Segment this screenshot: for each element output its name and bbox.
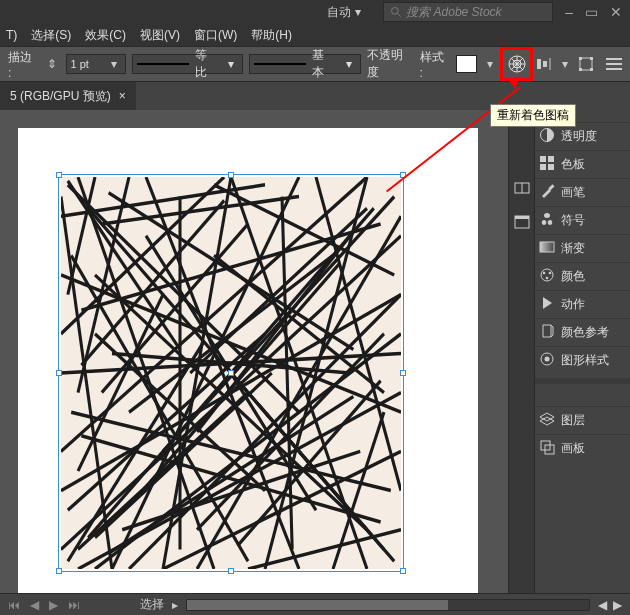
gradient-icon <box>539 239 555 258</box>
panel-label: 动作 <box>561 296 585 313</box>
artboards-icon <box>539 439 555 458</box>
align-dropdown[interactable]: ▾ <box>558 57 572 71</box>
status-mode[interactable]: 选择 ▸ <box>140 596 178 613</box>
svg-point-93 <box>549 272 552 275</box>
handle-mt[interactable] <box>228 172 234 178</box>
panel-menu-button[interactable] <box>606 56 622 72</box>
nav-first[interactable]: ⏮ <box>8 598 20 612</box>
menu-type[interactable]: T) <box>6 28 17 42</box>
document-tab-close[interactable]: × <box>119 89 126 103</box>
style-label: 样式 : <box>420 49 450 80</box>
svg-rect-13 <box>590 57 593 60</box>
app-topbar: 自动 ▾ 搜索 Adobe Stock – ▭ ✕ <box>0 0 630 24</box>
document-tab[interactable]: 5 (RGB/GPU 预览) × <box>0 82 136 110</box>
panel-color[interactable]: 颜色 <box>535 262 630 290</box>
panel-label: 颜色 <box>561 268 585 285</box>
stroke-weight-field[interactable]: ▾ <box>66 54 126 74</box>
svg-rect-8 <box>537 59 541 69</box>
selection-frame[interactable] <box>58 174 404 572</box>
svg-marker-95 <box>543 297 552 309</box>
panel-label: 画板 <box>561 440 585 457</box>
panel-layers[interactable]: 图层 <box>535 406 630 434</box>
stroke-label: 描边 : <box>8 49 38 80</box>
canvas[interactable] <box>0 110 508 615</box>
status-bar: ⏮ ◀ ▶ ⏭ 选择 ▸ ◀ ▶ <box>0 593 630 615</box>
panel-swatches[interactable]: 色板 <box>535 150 630 178</box>
svg-point-94 <box>546 277 549 280</box>
actions-icon <box>539 295 555 314</box>
workarea: 透明度 色板 画笔 符号 渐变 颜色 动作 颜色参考 <box>0 110 630 615</box>
symbols-icon <box>539 211 555 230</box>
svg-rect-12 <box>579 57 582 60</box>
svg-point-97 <box>545 357 550 362</box>
handle-mr[interactable] <box>400 370 406 376</box>
layout-selector[interactable]: 自动 ▾ <box>323 4 365 21</box>
panel-artboards[interactable]: 画板 <box>535 434 630 462</box>
swatches-icon <box>539 155 555 174</box>
svg-rect-87 <box>540 164 546 170</box>
stroke-weight-dropdown[interactable]: ▾ <box>107 57 121 71</box>
style-dropdown[interactable]: ▾ <box>483 57 497 71</box>
control-bar: 描边 : ⇕ ▾ 等比▾ 基本▾ 不透明度 样式 : ▾ ▾ <box>0 46 630 82</box>
dock-separator-icon[interactable] <box>514 180 530 196</box>
brush-definition-dropdown[interactable]: 基本▾ <box>249 54 361 74</box>
svg-rect-85 <box>540 156 546 162</box>
recolor-artwork-button[interactable] <box>503 50 530 78</box>
panel-label: 符号 <box>561 212 585 229</box>
document-tab-title: 5 (RGB/GPU 预览) <box>10 88 111 105</box>
align-button[interactable] <box>536 56 552 72</box>
nav-prev[interactable]: ◀ <box>30 598 39 612</box>
panel-brushes[interactable]: 画笔 <box>535 178 630 206</box>
nav-next[interactable]: ▶ <box>49 598 58 612</box>
panel-actions[interactable]: 动作 <box>535 290 630 318</box>
svg-point-92 <box>543 272 546 275</box>
stroke-weight-input[interactable] <box>71 58 107 70</box>
panel-color-guide[interactable]: 颜色参考 <box>535 318 630 346</box>
svg-rect-15 <box>590 68 593 71</box>
horizontal-scrollbar[interactable] <box>186 599 590 611</box>
width-profile-dropdown[interactable]: 等比▾ <box>132 54 244 74</box>
dock-expand-icon[interactable] <box>514 214 530 230</box>
svg-rect-83 <box>515 216 529 219</box>
menu-view[interactable]: 视图(V) <box>140 27 180 44</box>
scroll-left[interactable]: ◀ <box>598 598 607 612</box>
restore-button[interactable]: ▭ <box>585 5 598 19</box>
handle-ml[interactable] <box>56 370 62 376</box>
menu-window[interactable]: 窗口(W) <box>194 27 237 44</box>
scrollbar-thumb[interactable] <box>187 600 448 610</box>
brushes-icon <box>539 183 555 202</box>
panel-graphic-styles[interactable]: 图形样式 <box>535 346 630 374</box>
svg-rect-86 <box>548 156 554 162</box>
menu-select[interactable]: 选择(S) <box>31 27 71 44</box>
handle-br[interactable] <box>400 568 406 574</box>
window-buttons: – ▭ ✕ <box>565 5 622 19</box>
svg-rect-90 <box>540 242 554 252</box>
panel-gradient[interactable]: 渐变 <box>535 234 630 262</box>
minimize-button[interactable]: – <box>565 5 573 19</box>
handle-tr[interactable] <box>400 172 406 178</box>
panel-symbols[interactable]: 符号 <box>535 206 630 234</box>
panel-label: 图层 <box>561 412 585 429</box>
recolor-artwork-tooltip: 重新着色图稿 <box>490 104 576 127</box>
color-icon <box>539 267 555 286</box>
search-icon <box>390 6 402 18</box>
handle-center[interactable] <box>228 370 234 376</box>
style-swatch[interactable] <box>456 55 478 73</box>
menu-help[interactable]: 帮助(H) <box>251 27 292 44</box>
stroke-stepper[interactable]: ⇕ <box>44 56 60 72</box>
close-button[interactable]: ✕ <box>610 5 622 19</box>
width-profile-label: 等比 <box>195 47 218 81</box>
handle-tl[interactable] <box>56 172 62 178</box>
artboard <box>18 128 478 615</box>
handle-mb[interactable] <box>228 568 234 574</box>
panel-label: 透明度 <box>561 128 597 145</box>
menu-effect[interactable]: 效果(C) <box>85 27 126 44</box>
scroll-right[interactable]: ▶ <box>613 598 622 612</box>
layout-selector-label: 自动 <box>327 4 351 21</box>
stock-search[interactable]: 搜索 Adobe Stock <box>383 2 553 22</box>
handle-bl[interactable] <box>56 568 62 574</box>
opacity-label[interactable]: 不透明度 <box>367 47 414 81</box>
nav-last[interactable]: ⏭ <box>68 598 80 612</box>
transform-button[interactable] <box>578 56 594 72</box>
graphic-styles-icon <box>539 351 555 370</box>
